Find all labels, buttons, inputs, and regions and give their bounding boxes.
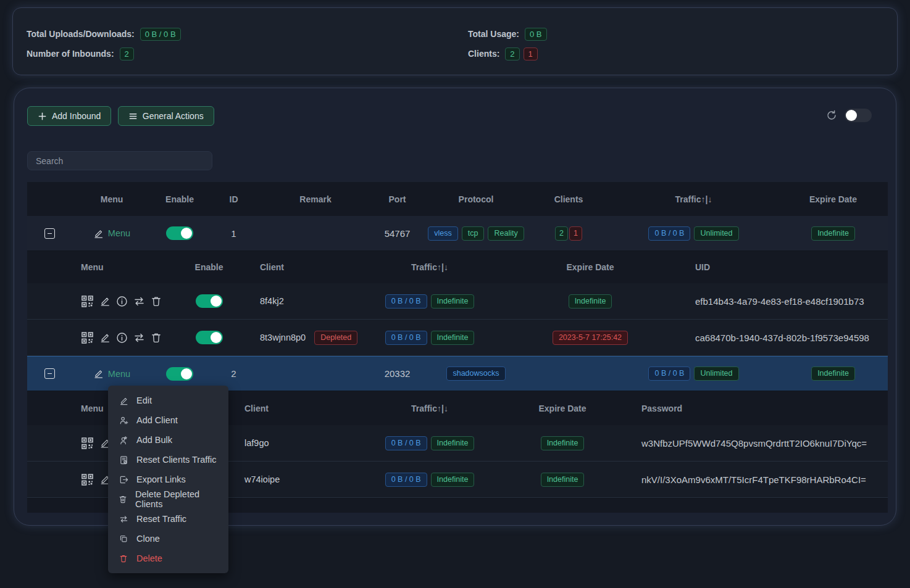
collapse-row-button[interactable] bbox=[44, 228, 55, 239]
inbound-2-port: 20332 bbox=[371, 368, 424, 379]
client-traffic-limit: Indefinite bbox=[431, 331, 475, 345]
client-traffic: 0 B / 0 B bbox=[385, 331, 427, 345]
header-clients: Clients bbox=[528, 194, 609, 204]
menu-item-add-bulk[interactable]: Add Bulk bbox=[108, 430, 228, 450]
client-traffic: 0 B / 0 B bbox=[385, 294, 427, 308]
clipboard-reset-icon bbox=[119, 455, 128, 465]
header-menu: Menu bbox=[72, 194, 152, 204]
inbound-1-traffic: 0 B / 0 B bbox=[648, 226, 690, 241]
user-add-icon bbox=[119, 416, 128, 425]
inbound-1-traffic-limit: Unlimited bbox=[694, 226, 738, 241]
general-actions-button[interactable]: General Actions bbox=[118, 106, 214, 126]
qr-code-icon[interactable] bbox=[81, 331, 94, 344]
inbound-context-menu: Edit Add Client Add Bulk Reset Clients T… bbox=[108, 386, 228, 573]
qr-code-icon[interactable] bbox=[81, 437, 94, 450]
inbound-2-id: 2 bbox=[207, 368, 260, 379]
stat-total-usage-value: 0 B bbox=[525, 28, 547, 41]
stat-clients: Clients: 2 1 bbox=[468, 46, 551, 61]
stat-uploads-downloads-label: Total Uploads/Downloads: bbox=[27, 29, 135, 39]
inbounds-table-header: Menu Enable ID Remark Port Protocol Clie… bbox=[27, 182, 888, 216]
export-icon bbox=[119, 475, 128, 484]
menu-item-add-client[interactable]: Add Client bbox=[108, 410, 228, 430]
clients1-header-enable: Enable bbox=[186, 262, 232, 272]
edit-pencil-icon bbox=[93, 228, 104, 239]
qr-code-icon[interactable] bbox=[81, 473, 94, 486]
clients1-header-traffic-sort[interactable]: Traffic↑|↓ bbox=[346, 262, 513, 272]
stat-inbounds-value: 2 bbox=[120, 48, 134, 60]
inbound-row-1: Menu 1 54767 vless tcp Reality 2 1 0 B /… bbox=[27, 216, 888, 251]
reset-traffic-icon[interactable] bbox=[133, 296, 145, 307]
menu-item-delete-depleted-clients[interactable]: Delete Depleted Clients bbox=[108, 489, 228, 509]
header-enable: Enable bbox=[152, 194, 207, 204]
stat-clients-depleted: 1 bbox=[524, 48, 538, 60]
client-enable-toggle[interactable] bbox=[196, 331, 223, 344]
stat-total-usage: Total Usage: 0 B bbox=[468, 27, 551, 41]
inbound-1-clients-active: 2 bbox=[555, 226, 568, 241]
header-id: ID bbox=[207, 194, 260, 204]
client-expire: Indefinite bbox=[541, 436, 585, 450]
header-remark: Remark bbox=[260, 194, 371, 204]
client-enable-toggle[interactable] bbox=[196, 294, 223, 308]
clients2-header-password: Password bbox=[612, 404, 888, 413]
inbound-1-id: 1 bbox=[207, 228, 260, 239]
refresh-icon[interactable] bbox=[826, 110, 837, 121]
inbound-1-menu-label: Menu bbox=[108, 228, 130, 238]
clients1-header-client: Client bbox=[232, 262, 346, 272]
stat-total-usage-label: Total Usage: bbox=[468, 29, 519, 39]
delete-trash-icon bbox=[119, 554, 128, 563]
clients2-header-traffic-sort[interactable]: Traffic↑|↓ bbox=[346, 404, 513, 413]
users-add-icon bbox=[119, 436, 128, 445]
delete-client-icon[interactable] bbox=[151, 296, 162, 307]
search-input[interactable] bbox=[27, 151, 212, 170]
inbound-2-menu-label: Menu bbox=[108, 369, 130, 379]
inbound-1-enable-toggle[interactable] bbox=[166, 226, 193, 240]
header-traffic-sort[interactable]: Traffic↑|↓ bbox=[609, 194, 779, 204]
stat-uploads-downloads-value: 0 B / 0 B bbox=[140, 28, 181, 41]
client-traffic: 0 B / 0 B bbox=[385, 436, 427, 450]
client-password: w3NfbzUPf5WWd745Q8pvsmQrdrttT2IO6knuI7Di… bbox=[612, 438, 888, 449]
clients1-header-uid: UID bbox=[667, 262, 888, 272]
clients2-header-client: Client bbox=[232, 404, 346, 413]
client-expire: 2023-5-7 17:25:42 bbox=[553, 331, 628, 345]
menu-item-export-links[interactable]: Export Links bbox=[108, 470, 228, 489]
client-row: 8f4kj2 0 B / 0 B Indefinite Indefinite e… bbox=[27, 283, 888, 320]
client-traffic-limit: Indefinite bbox=[431, 294, 475, 308]
add-inbound-label: Add Inbound bbox=[52, 111, 101, 121]
inbound-2-traffic: 0 B / 0 B bbox=[648, 366, 690, 381]
edit-client-icon[interactable] bbox=[99, 332, 111, 343]
add-inbound-button[interactable]: Add Inbound bbox=[27, 106, 111, 126]
client-expire: Indefinite bbox=[541, 473, 585, 487]
info-icon[interactable] bbox=[116, 296, 128, 307]
menu-item-clone[interactable]: Clone bbox=[108, 529, 228, 549]
inbound-2-enable-toggle[interactable] bbox=[166, 367, 193, 381]
client-uid: efb14b43-4a79-4e83-ef18-e48cf1901b73 bbox=[667, 296, 888, 307]
clients1-header-menu: Menu bbox=[72, 262, 186, 272]
protocol-tag: vless bbox=[428, 226, 457, 241]
client-row: 8t3wjnn8p0 Depleted 0 B / 0 B Indefinite… bbox=[27, 320, 888, 356]
edit-client-icon[interactable] bbox=[99, 296, 111, 307]
clone-icon bbox=[119, 534, 128, 543]
stats-card: Total Uploads/Downloads: 0 B / 0 B Numbe… bbox=[12, 7, 898, 75]
inbound-2-expire: Indefinite bbox=[811, 366, 855, 381]
menu-item-reset-clients-traffic[interactable]: Reset Clients Traffic bbox=[108, 450, 228, 470]
security-tag: Reality bbox=[488, 226, 524, 241]
menu-bars-icon bbox=[128, 112, 138, 121]
collapse-row-button[interactable] bbox=[44, 368, 55, 379]
reset-traffic-icon bbox=[119, 515, 128, 524]
delete-client-icon[interactable] bbox=[151, 332, 162, 343]
menu-item-reset-traffic[interactable]: Reset Traffic bbox=[108, 509, 228, 529]
general-actions-label: General Actions bbox=[143, 111, 204, 121]
client-name: 8f4kj2 bbox=[232, 296, 346, 306]
info-icon[interactable] bbox=[116, 332, 128, 344]
reset-traffic-icon[interactable] bbox=[133, 332, 145, 344]
qr-code-icon[interactable] bbox=[81, 295, 94, 308]
inbound-2-menu-button[interactable]: Menu bbox=[93, 368, 130, 379]
toggle-knob bbox=[846, 110, 857, 121]
inbound-1-menu-button[interactable]: Menu bbox=[93, 228, 130, 239]
clients-table-1-header: Menu Enable Client Traffic↑|↓ Expire Dat… bbox=[27, 251, 888, 283]
client-traffic: 0 B / 0 B bbox=[385, 473, 427, 487]
dark-mode-toggle[interactable] bbox=[845, 109, 872, 122]
menu-item-edit[interactable]: Edit bbox=[108, 391, 228, 410]
client-expire: Indefinite bbox=[569, 294, 612, 308]
menu-item-delete[interactable]: Delete bbox=[108, 549, 228, 568]
